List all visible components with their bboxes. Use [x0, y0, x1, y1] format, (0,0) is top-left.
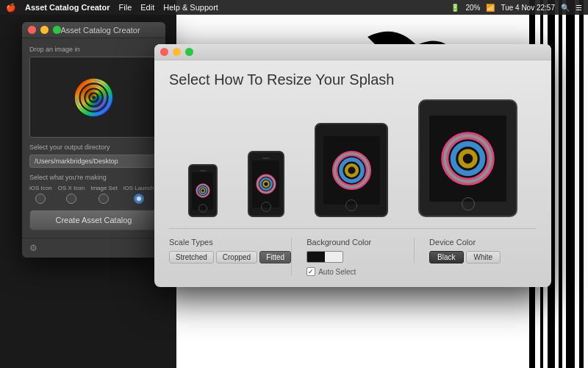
making-radio-group: iOS Icon OS X Icon Image Set iOS Launch — [29, 185, 158, 204]
device-iphone-medium-screen — [252, 160, 279, 208]
auto-select-label: Auto Select — [318, 268, 356, 276]
radio-image-set[interactable]: Image Set — [90, 185, 117, 204]
dir-label: Select your output directory — [29, 144, 158, 151]
menubar-time: Tue 4 Nov 22:57 — [501, 4, 555, 12]
radio-ios-launch-label: iOS Launch — [123, 185, 154, 191]
svg-rect-6 — [579, 0, 584, 368]
device-ipad-large-screen — [429, 116, 506, 202]
radio-ios-icon[interactable]: iOS Icon — [29, 185, 52, 204]
svg-point-25 — [340, 159, 362, 180]
apple-menu-icon[interactable]: 🍎 — [6, 3, 16, 13]
making-label: Select what you're making — [29, 174, 158, 181]
scale-types-label: Scale Types — [169, 238, 291, 247]
devices-preview-row — [169, 99, 537, 217]
svg-point-19 — [198, 187, 207, 195]
svg-point-28 — [453, 144, 483, 173]
image-drop-area[interactable] — [29, 57, 158, 138]
radio-ios-launch-circle[interactable] — [134, 194, 144, 204]
dialog-titlebar — [154, 44, 551, 60]
bg-color-group: Background Color ✓ Auto Select — [291, 238, 414, 276]
scale-fitted-button[interactable]: Fitted — [259, 251, 291, 263]
menubar-edit[interactable]: Edit — [140, 3, 154, 12]
resize-dialog: Select How To Resize Your Splash — [154, 44, 551, 287]
spiral-preview-icon — [74, 77, 114, 118]
scale-stretched-button[interactable]: Stretched — [169, 251, 214, 263]
auto-select-row: ✓ Auto Select — [306, 267, 414, 276]
gear-row: ⚙ — [22, 238, 165, 258]
device-spiral-tablet — [331, 150, 372, 191]
making-section: Select what you're making iOS Icon OS X … — [29, 174, 158, 204]
radio-osx-icon-circle[interactable] — [66, 194, 76, 204]
scale-cropped-button[interactable]: Cropped — [216, 251, 257, 263]
dialog-content: Select How To Resize Your Splash — [154, 60, 551, 287]
window-title: Asset Catalog Creator — [41, 26, 159, 35]
device-spiral-sm — [196, 183, 210, 198]
radio-image-set-circle[interactable] — [98, 194, 109, 204]
device-iphone-medium — [248, 151, 284, 217]
svg-point-16 — [87, 91, 100, 104]
dialog-maximize-button[interactable] — [185, 48, 193, 56]
radio-image-set-label: Image Set — [90, 185, 117, 191]
dialog-minimize-button[interactable] — [173, 48, 181, 56]
radio-osx-icon-label: OS X Icon — [58, 185, 85, 191]
battery-percent: 20% — [465, 4, 480, 12]
menubar-app-name[interactable]: Asset Catalog Creator — [25, 3, 110, 12]
wifi-icon: 📶 — [486, 4, 495, 12]
radio-ios-icon-label: iOS Icon — [29, 185, 52, 191]
device-iphone-small-screen — [192, 172, 213, 210]
gear-icon[interactable]: ⚙ — [29, 243, 37, 253]
svg-point-26 — [346, 165, 357, 176]
scale-types-group: Scale Types Stretched Cropped Fitted — [169, 238, 291, 263]
menubar: 🍎 Asset Catalog Creator File Edit Help &… — [0, 0, 588, 15]
scale-type-buttons: Stretched Cropped Fitted — [169, 251, 291, 263]
device-tablet-screen — [323, 136, 380, 205]
battery-icon: 🔋 — [451, 4, 459, 12]
options-bar: Scale Types Stretched Cropped Fitted Bac… — [169, 228, 537, 276]
device-color-group: Device Color Black White — [414, 238, 537, 263]
radio-ios-launch[interactable]: iOS Launch — [123, 185, 154, 204]
notification-icon[interactable]: ☰ — [576, 4, 582, 12]
svg-point-23 — [263, 181, 268, 186]
drop-label: Drop an image in — [29, 46, 158, 53]
bg-color-swatch[interactable] — [306, 251, 343, 263]
device-ipad-large — [418, 99, 517, 217]
radio-osx-icon[interactable]: OS X Icon — [58, 185, 85, 204]
search-icon[interactable]: 🔍 — [561, 4, 570, 12]
device-color-black-button[interactable]: Black — [429, 251, 463, 263]
dialog-title: Select How To Resize Your Splash — [169, 71, 537, 88]
auto-select-checkbox[interactable]: ✓ — [306, 267, 315, 276]
svg-point-17 — [91, 94, 96, 99]
device-iphone-small — [188, 164, 218, 217]
bg-color-label: Background Color — [306, 238, 414, 247]
svg-point-29 — [461, 151, 476, 166]
menubar-left: 🍎 Asset Catalog Creator File Edit Help &… — [6, 3, 218, 13]
svg-rect-4 — [559, 0, 562, 368]
menubar-file[interactable]: File — [119, 3, 132, 12]
device-spiral-md — [256, 174, 276, 194]
svg-rect-5 — [566, 0, 575, 368]
device-spiral-ipad — [440, 131, 495, 186]
menubar-right: 🔋 20% 📶 Tue 4 Nov 22:57 🔍 ☰ — [451, 4, 582, 12]
dialog-close-button[interactable] — [160, 48, 168, 56]
device-color-white-button[interactable]: White — [466, 251, 501, 263]
small-app-window: Asset Catalog Creator Drop an image in — [22, 22, 165, 258]
output-directory[interactable]: /Users/markbridges/Desktop — [29, 155, 158, 168]
menubar-help[interactable]: Help & Support — [163, 3, 218, 12]
svg-point-20 — [201, 188, 204, 192]
radio-ios-icon-circle[interactable] — [35, 194, 46, 204]
svg-point-22 — [260, 179, 271, 190]
device-tablet — [315, 123, 388, 217]
window-titlebar: Asset Catalog Creator — [22, 22, 165, 38]
device-color-label: Device Color — [429, 238, 537, 247]
device-color-buttons: Black White — [429, 251, 537, 263]
close-button[interactable] — [28, 26, 36, 34]
window-content: Drop an image in — [22, 38, 165, 238]
create-asset-catalog-button[interactable]: Create Asset Catalog — [29, 210, 158, 230]
radio-inner-dot — [137, 197, 141, 201]
